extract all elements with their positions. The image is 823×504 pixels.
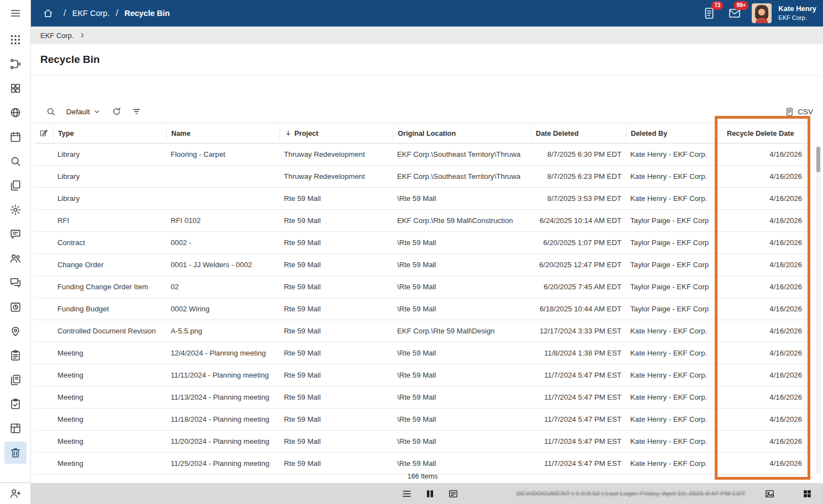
sidebar-item-forum[interactable]	[4, 272, 27, 294]
table-row[interactable]: Meeting 12/4/2024 - Planning meeting Rte…	[34, 342, 811, 364]
sidebar-item-menu[interactable]	[4, 2, 27, 24]
contacts-icon	[9, 252, 22, 264]
view-dropdown[interactable]: Default	[62, 103, 105, 120]
cell-recycle-delete-date: 4/16/2026	[719, 371, 811, 379]
cell-project: Thruway Redevelopment	[279, 150, 393, 158]
sidebar-item-contacts[interactable]	[4, 247, 27, 269]
breadcrumb-company[interactable]: EKF Corp.	[72, 9, 110, 18]
table-row[interactable]: Library Rte 59 Mall \Rte 59 Mall 8/7/202…	[34, 188, 811, 210]
sidebar-item-schedule[interactable]	[4, 296, 27, 318]
sidebar-item-add-user[interactable]	[4, 482, 27, 504]
cell-type: Controlled Document Revision	[53, 327, 166, 335]
page-title: Recycle Bin	[40, 54, 100, 66]
table-row[interactable]: Meeting 11/11/2024 - Planning meeting Rt…	[34, 364, 811, 386]
user-info[interactable]: Kate Henry EKF Corp.	[778, 4, 816, 22]
cell-deleted-by: Kate Henry - EKF Corp.	[626, 459, 719, 468]
column-header-original-location[interactable]: Original Location	[393, 126, 531, 140]
cell-type: RFI	[53, 216, 166, 225]
sidebar-item-reports[interactable]	[4, 369, 27, 391]
scrollbar-thumb[interactable]	[816, 147, 820, 172]
table-row[interactable]: Meeting 11/18/2024 - Planning meeting Rt…	[34, 408, 811, 431]
column-header-deleted-by[interactable]: Deleted By	[626, 126, 719, 140]
edit-column-header[interactable]	[34, 126, 53, 140]
cell-recycle-delete-date: 4/16/2026	[719, 327, 811, 335]
sidebar-item-globe[interactable]	[4, 102, 27, 124]
windows-icon[interactable]	[801, 487, 813, 500]
sidebar-item-workflow[interactable]	[4, 53, 27, 75]
cell-deleted-by: Kate Henry - EKF Corp.	[626, 327, 719, 335]
sort-descending-icon	[284, 129, 292, 137]
cell-date-deleted: 6/20/2025 12:47 PM EDT	[531, 261, 626, 269]
table-row[interactable]: Meeting 11/13/2024 - Planning meeting Rt…	[34, 386, 811, 408]
cell-recycle-delete-date: 4/16/2026	[719, 283, 811, 291]
cell-name: 11/13/2024 - Planning meeting	[166, 393, 279, 401]
cell-recycle-delete-date: 4/16/2026	[719, 349, 811, 357]
sidebar-bottom-slot	[0, 482, 30, 504]
csv-export-label: CSV	[798, 108, 813, 116]
search-button[interactable]	[42, 103, 60, 120]
sidebar-item-recycle-bin[interactable]	[4, 442, 27, 464]
cell-type: Funding Budget	[53, 305, 166, 313]
table-row[interactable]: Meeting 11/25/2024 - Planning meeting Rt…	[34, 453, 811, 475]
table-row[interactable]: Contract 0002 - Rte 59 Mall \Rte 59 Mall…	[34, 232, 811, 254]
chevron-right-icon[interactable]	[79, 32, 86, 39]
sidebar-item-planning[interactable]	[4, 417, 27, 439]
breadcrumb-bar-company[interactable]: EKF Corp.	[40, 31, 74, 40]
dashboard-icon	[9, 82, 22, 94]
table-row[interactable]: Meeting 11/20/2024 - Planning meeting Rt…	[34, 431, 811, 453]
column-view-icon[interactable]	[424, 487, 436, 500]
sidebar-item-feedback[interactable]	[4, 223, 27, 245]
table-row[interactable]: Library Flooring - Carpet Thruway Redeve…	[34, 144, 811, 166]
cell-project: Rte 59 Mall	[279, 371, 393, 379]
sidebar-item-settings[interactable]	[4, 199, 27, 221]
table-row[interactable]: Controlled Document Revision A-5.5.png R…	[34, 320, 811, 342]
sidebar-item-documents[interactable]	[4, 174, 27, 197]
sidebar-item-dashboard[interactable]	[4, 77, 27, 99]
sidebar-item-apps-grid[interactable]	[4, 29, 27, 51]
column-header-date-deleted[interactable]: Date Deleted	[531, 126, 626, 140]
column-header-project[interactable]: Project	[279, 126, 393, 140]
avatar[interactable]	[752, 3, 772, 23]
detail-view-icon[interactable]	[447, 487, 459, 500]
table-row[interactable]: Library Thruway Redevelopment EKF Corp.\…	[34, 166, 811, 188]
sidebar-item-search[interactable]	[4, 150, 27, 172]
csv-export-button[interactable]: CSV	[785, 107, 813, 116]
table-row[interactable]: RFI RFI 0102 Rte 59 Mall EKF Corp.\Rte 5…	[34, 210, 811, 232]
globe-icon	[9, 107, 22, 119]
cell-original-location: EKF Corp.\Southeast Territory\Thruwa	[393, 172, 531, 181]
cell-name: 0001 - JJ Welders - 0002	[166, 261, 279, 269]
cell-name: 11/11/2024 - Planning meeting	[166, 371, 279, 379]
sidebar-item-tasks[interactable]	[4, 393, 27, 415]
home-icon[interactable]	[39, 4, 57, 23]
cell-recycle-delete-date: 4/16/2026	[719, 393, 811, 401]
refresh-button[interactable]	[108, 103, 125, 120]
documents-notification-button[interactable]: 73	[701, 5, 718, 22]
cell-name: 12/4/2024 - Planning meeting	[166, 349, 279, 357]
refresh-icon	[112, 107, 122, 116]
edit-icon	[39, 129, 48, 137]
settings-icon	[9, 204, 22, 216]
column-header-type[interactable]: Type	[53, 126, 166, 140]
vertical-scrollbar[interactable]	[816, 145, 821, 474]
menu-icon	[9, 7, 22, 19]
column-header-name[interactable]: Name	[166, 126, 279, 140]
cell-recycle-delete-date: 4/16/2026	[719, 194, 811, 203]
sidebar-item-map-pin[interactable]	[4, 320, 27, 342]
status-bar-right	[763, 487, 815, 500]
image-export-icon[interactable]	[763, 487, 775, 500]
list-view-icon[interactable]	[400, 487, 413, 500]
column-header-recycle-delete-date[interactable]: Recycle Delete Date	[719, 126, 811, 140]
filter-button[interactable]	[128, 103, 145, 120]
sidebar-item-calendar[interactable]	[4, 126, 27, 148]
table-row[interactable]: Funding Change Order Item 02 Rte 59 Mall…	[34, 276, 811, 298]
cell-original-location: \Rte 59 Mall	[393, 393, 531, 401]
cell-project: Rte 59 Mall	[279, 216, 393, 225]
mail-notification-button[interactable]: 99+	[726, 5, 743, 22]
cell-project: Thruway Redevelopment	[279, 172, 393, 181]
cell-name: 02	[166, 283, 279, 291]
table-row[interactable]: Funding Budget 0002 Wiring Rte 59 Mall \…	[34, 298, 811, 320]
sidebar-item-forms[interactable]	[4, 344, 27, 367]
cell-project: Rte 59 Mall	[279, 305, 393, 313]
planning-icon	[9, 422, 22, 434]
table-row[interactable]: Change Order 0001 - JJ Welders - 0002 Rt…	[34, 254, 811, 276]
